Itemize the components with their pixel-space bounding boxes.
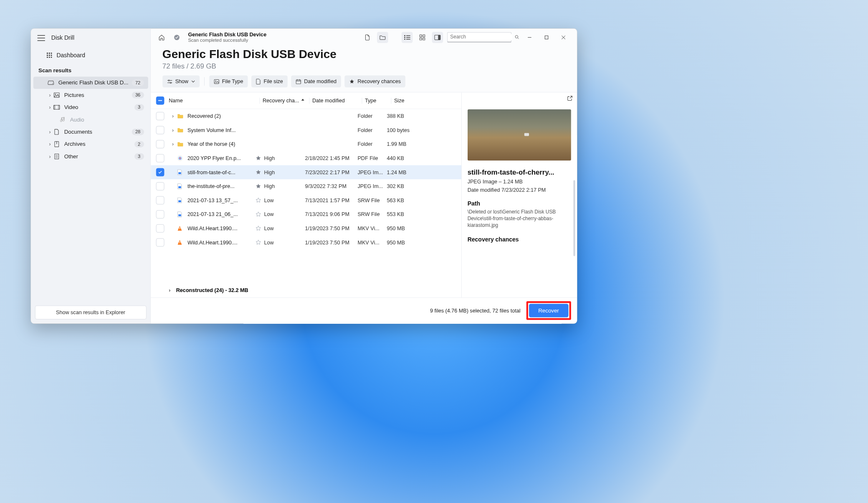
col-size[interactable]: Size — [391, 97, 423, 104]
svg-point-24 — [404, 37, 405, 38]
row-checkbox[interactable] — [156, 126, 164, 135]
size-value: 388 KB — [387, 113, 419, 119]
home-icon[interactable] — [156, 32, 167, 43]
show-in-explorer-button[interactable]: Show scan results in Explorer — [35, 306, 147, 320]
check-circle-icon — [171, 32, 182, 43]
row-checkbox[interactable] — [156, 182, 164, 191]
search-box[interactable] — [447, 32, 511, 43]
minimize-button[interactable] — [521, 32, 537, 42]
sidebar-device[interactable]: Generic Flash Disk USB D... 72 — [33, 76, 148, 89]
table-row[interactable]: Wild.At.Heart.1990....Low1/19/2023 7:50 … — [151, 236, 461, 250]
table-row[interactable]: 2020 YPP Flyer En.p...High2/18/2022 1:45… — [151, 151, 461, 165]
table-row[interactable]: the-institute-of-pre...High9/3/2022 7:32… — [151, 179, 461, 193]
recover-button[interactable]: Recover — [529, 304, 568, 317]
video-icon — [53, 105, 60, 109]
svg-point-22 — [404, 35, 405, 36]
table-row[interactable]: still-from-taste-of-c...High7/23/2022 2:… — [151, 165, 461, 180]
expander-icon[interactable]: › — [169, 127, 177, 133]
type-value: JPEG Im... — [357, 169, 387, 175]
sidebar-item-count: 28 — [132, 129, 144, 135]
chevron-right-icon: › — [47, 141, 53, 147]
sidebar-item-audio[interactable]: Audio — [33, 114, 148, 126]
svg-rect-10 — [54, 93, 59, 97]
chip-file-type-label: File Type — [222, 79, 243, 85]
row-checkbox[interactable] — [156, 154, 164, 163]
expander-icon[interactable]: › — [169, 113, 177, 119]
select-all-checkbox[interactable] — [156, 97, 164, 105]
chip-show-label: Show — [175, 79, 189, 85]
maximize-button[interactable] — [538, 32, 554, 42]
type-value: Folder — [357, 113, 387, 119]
sidebar: Disk Drill Dashboard Scan results Generi… — [31, 29, 151, 324]
sidebar-item-other[interactable]: ›Other3 — [33, 150, 148, 163]
svg-point-26 — [404, 38, 405, 40]
table-header: Name Recovery cha... Date modified Type … — [151, 92, 461, 109]
reconstructed-group[interactable]: › Reconstructed (24) - 32.2 MB — [151, 283, 461, 297]
expander-icon[interactable]: › — [169, 141, 177, 147]
row-checkbox[interactable] — [156, 210, 164, 218]
grid-view-icon[interactable] — [417, 32, 428, 43]
recovery-value: Low — [264, 197, 305, 203]
popout-icon[interactable] — [567, 95, 573, 101]
chip-recovery[interactable]: Recovery chances — [345, 76, 406, 88]
chip-file-type[interactable]: File Type — [209, 76, 248, 88]
table-row[interactable]: ›Recovered (2)Folder388 KB — [151, 109, 461, 123]
nav-dashboard[interactable]: Dashboard — [31, 48, 150, 62]
file-icon — [177, 114, 186, 119]
file-name: Wild.At.Heart.1990.... — [187, 239, 255, 246]
svg-rect-8 — [51, 56, 52, 58]
menu-icon[interactable] — [37, 35, 45, 41]
star-icon — [255, 239, 264, 245]
svg-rect-4 — [49, 55, 50, 56]
table-row[interactable]: Wild.At.Heart.1990....Low1/19/2023 7:50 … — [151, 221, 461, 236]
recovery-value: High — [264, 169, 305, 175]
row-checkbox[interactable] — [156, 224, 164, 233]
sidebar-item-pictures[interactable]: ›Pictures36 — [33, 89, 148, 101]
col-type[interactable]: Type — [362, 97, 391, 104]
col-date[interactable]: Date modified — [309, 97, 362, 104]
preview-scrollbar[interactable] — [573, 180, 575, 256]
chip-show[interactable]: Show — [162, 76, 200, 88]
date-value: 7/13/2021 9:06 PM — [305, 211, 357, 218]
row-checkbox[interactable] — [156, 196, 164, 205]
svg-rect-57 — [178, 214, 181, 216]
col-recovery[interactable]: Recovery cha... — [259, 97, 309, 104]
document-icon[interactable] — [362, 32, 373, 43]
sidebar-item-archives[interactable]: ›Archives2 — [33, 138, 148, 150]
recovery-value: High — [264, 183, 305, 190]
sidebar-section: Scan results — [31, 62, 150, 76]
sidebar-item-label: Other — [64, 153, 134, 160]
close-button[interactable] — [555, 32, 572, 42]
row-checkbox[interactable] — [156, 239, 164, 247]
folder-icon[interactable] — [377, 32, 388, 43]
svg-rect-33 — [438, 35, 440, 40]
chevron-down-icon — [191, 80, 195, 83]
table-row[interactable]: 2021-07-13 13_57_...Low7/13/2021 1:57 PM… — [151, 193, 461, 208]
preview-thumbnail — [468, 109, 571, 161]
chip-file-size[interactable]: File size — [251, 76, 288, 88]
sidebar-item-documents[interactable]: ›Documents28 — [33, 126, 148, 138]
table-row[interactable]: 2021-07-13 21_06_...Low7/13/2021 9:06 PM… — [151, 207, 461, 221]
row-checkbox[interactable] — [156, 168, 164, 177]
col-name[interactable]: Name — [169, 97, 259, 104]
svg-rect-7 — [49, 56, 50, 58]
date-value: 2/18/2022 1:45 PM — [305, 155, 357, 161]
toolbar-title: Generic Flash Disk USB Device — [188, 32, 266, 38]
svg-rect-31 — [423, 38, 425, 40]
row-checkbox[interactable] — [156, 140, 164, 148]
list-view-icon[interactable] — [401, 32, 412, 43]
chip-date-modified[interactable]: Date modified — [291, 76, 341, 88]
panel-view-icon[interactable] — [432, 32, 443, 43]
chevron-right-icon: › — [47, 92, 53, 98]
row-checkbox[interactable] — [156, 112, 164, 120]
file-icon — [177, 142, 186, 147]
type-value: Folder — [357, 141, 387, 147]
preview-panel: still-from-taste-of-cherry... JPEG Image… — [461, 92, 577, 297]
file-name: 2020 YPP Flyer En.p... — [187, 155, 255, 161]
sidebar-item-video[interactable]: ›Video3 — [33, 101, 148, 113]
svg-rect-3 — [47, 55, 48, 56]
svg-point-53 — [179, 158, 180, 159]
search-input[interactable] — [450, 34, 512, 40]
table-row[interactable]: ›System Volume Inf...Folder100 bytes — [151, 123, 461, 137]
table-row[interactable]: ›Year of the horse (4)Folder1.99 MB — [151, 137, 461, 151]
